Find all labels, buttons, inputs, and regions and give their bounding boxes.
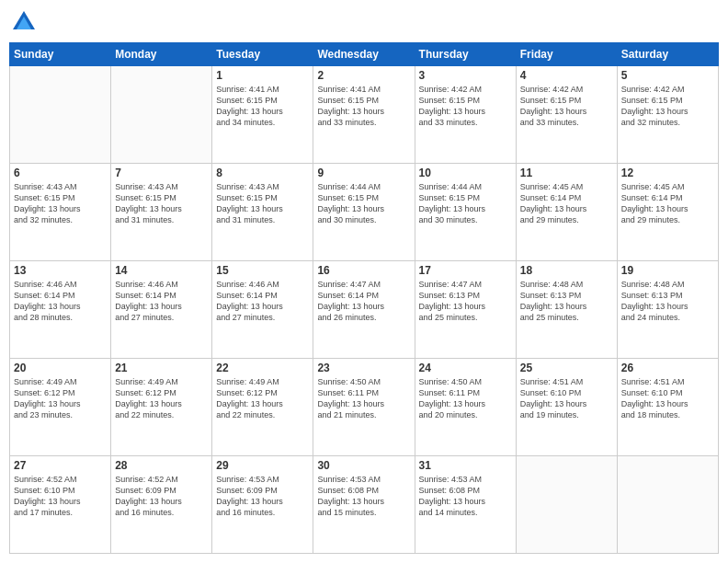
day-number: 31 — [419, 459, 512, 472]
day-info: Sunrise: 4:49 AMSunset: 6:12 PMDaylight:… — [216, 376, 309, 421]
day-info: Sunrise: 4:41 AMSunset: 6:15 PMDaylight:… — [317, 84, 410, 129]
day-info: Sunrise: 4:42 AMSunset: 6:15 PMDaylight:… — [520, 84, 613, 129]
header-row: SundayMondayTuesdayWednesdayThursdayFrid… — [10, 43, 719, 66]
calendar-header: SundayMondayTuesdayWednesdayThursdayFrid… — [10, 43, 719, 66]
day-info: Sunrise: 4:48 AMSunset: 6:13 PMDaylight:… — [621, 279, 714, 324]
day-info: Sunrise: 4:42 AMSunset: 6:15 PMDaylight:… — [621, 84, 714, 129]
calendar-week-row: 6Sunrise: 4:43 AMSunset: 6:15 PMDaylight… — [10, 164, 719, 261]
calendar-week-row: 13Sunrise: 4:46 AMSunset: 6:14 PMDayligh… — [10, 261, 719, 359]
day-info: Sunrise: 4:51 AMSunset: 6:10 PMDaylight:… — [621, 376, 714, 421]
day-number: 5 — [621, 69, 714, 82]
calendar-cell: 27Sunrise: 4:52 AMSunset: 6:10 PMDayligh… — [10, 456, 111, 554]
day-number: 21 — [115, 362, 208, 374]
calendar-cell: 14Sunrise: 4:46 AMSunset: 6:14 PMDayligh… — [111, 261, 212, 359]
calendar-cell: 6Sunrise: 4:43 AMSunset: 6:15 PMDaylight… — [10, 164, 111, 261]
day-info: Sunrise: 4:51 AMSunset: 6:10 PMDaylight:… — [520, 376, 613, 421]
calendar-cell: 25Sunrise: 4:51 AMSunset: 6:10 PMDayligh… — [516, 359, 617, 456]
day-of-week-header: Friday — [516, 43, 617, 66]
day-info: Sunrise: 4:49 AMSunset: 6:12 PMDaylight:… — [115, 376, 208, 421]
calendar-cell: 29Sunrise: 4:53 AMSunset: 6:09 PMDayligh… — [212, 456, 313, 554]
calendar-cell: 3Sunrise: 4:42 AMSunset: 6:15 PMDaylight… — [415, 66, 516, 164]
day-info: Sunrise: 4:43 AMSunset: 6:15 PMDaylight:… — [14, 181, 107, 226]
day-number: 4 — [520, 69, 613, 82]
calendar-cell: 24Sunrise: 4:50 AMSunset: 6:11 PMDayligh… — [415, 359, 516, 456]
day-number: 6 — [14, 167, 107, 179]
calendar-cell: 1Sunrise: 4:41 AMSunset: 6:15 PMDaylight… — [212, 66, 313, 164]
day-number: 11 — [520, 167, 613, 179]
calendar-cell: 9Sunrise: 4:44 AMSunset: 6:15 PMDaylight… — [313, 164, 415, 261]
calendar-cell: 4Sunrise: 4:42 AMSunset: 6:15 PMDaylight… — [516, 66, 617, 164]
day-info: Sunrise: 4:49 AMSunset: 6:12 PMDaylight:… — [14, 376, 107, 421]
day-of-week-header: Tuesday — [212, 43, 313, 66]
day-info: Sunrise: 4:47 AMSunset: 6:14 PMDaylight:… — [317, 279, 410, 324]
day-number: 22 — [216, 362, 309, 374]
day-number: 10 — [419, 167, 512, 179]
day-number: 24 — [419, 362, 512, 374]
day-number: 12 — [621, 167, 714, 179]
calendar-cell: 31Sunrise: 4:53 AMSunset: 6:08 PMDayligh… — [415, 456, 516, 554]
day-info: Sunrise: 4:43 AMSunset: 6:15 PMDaylight:… — [115, 181, 208, 226]
day-number: 7 — [115, 167, 208, 179]
calendar-cell — [516, 456, 617, 554]
header — [9, 9, 719, 35]
day-of-week-header: Thursday — [415, 43, 516, 66]
calendar-cell: 10Sunrise: 4:44 AMSunset: 6:15 PMDayligh… — [415, 164, 516, 261]
day-number: 2 — [317, 69, 410, 82]
calendar-week-row: 1Sunrise: 4:41 AMSunset: 6:15 PMDaylight… — [10, 66, 719, 164]
day-of-week-header: Wednesday — [313, 43, 415, 66]
logo — [9, 9, 37, 35]
day-number: 28 — [115, 459, 208, 472]
day-number: 27 — [14, 459, 107, 472]
logo-icon — [11, 9, 37, 35]
day-number: 8 — [216, 167, 309, 179]
calendar-cell: 20Sunrise: 4:49 AMSunset: 6:12 PMDayligh… — [10, 359, 111, 456]
calendar-cell: 15Sunrise: 4:46 AMSunset: 6:14 PMDayligh… — [212, 261, 313, 359]
calendar-cell: 17Sunrise: 4:47 AMSunset: 6:13 PMDayligh… — [415, 261, 516, 359]
calendar-cell: 19Sunrise: 4:48 AMSunset: 6:13 PMDayligh… — [617, 261, 718, 359]
calendar-week-row: 27Sunrise: 4:52 AMSunset: 6:10 PMDayligh… — [10, 456, 719, 554]
calendar-cell: 11Sunrise: 4:45 AMSunset: 6:14 PMDayligh… — [516, 164, 617, 261]
calendar-cell: 16Sunrise: 4:47 AMSunset: 6:14 PMDayligh… — [313, 261, 415, 359]
calendar-cell — [111, 66, 212, 164]
day-number: 3 — [419, 69, 512, 82]
day-info: Sunrise: 4:48 AMSunset: 6:13 PMDaylight:… — [520, 279, 613, 324]
page: SundayMondayTuesdayWednesdayThursdayFrid… — [0, 0, 728, 563]
day-info: Sunrise: 4:45 AMSunset: 6:14 PMDaylight:… — [520, 181, 613, 226]
day-number: 16 — [317, 264, 410, 277]
day-info: Sunrise: 4:53 AMSunset: 6:08 PMDaylight:… — [317, 474, 410, 519]
calendar-cell: 18Sunrise: 4:48 AMSunset: 6:13 PMDayligh… — [516, 261, 617, 359]
day-info: Sunrise: 4:46 AMSunset: 6:14 PMDaylight:… — [115, 279, 208, 324]
day-info: Sunrise: 4:52 AMSunset: 6:10 PMDaylight:… — [14, 474, 107, 519]
calendar-cell: 13Sunrise: 4:46 AMSunset: 6:14 PMDayligh… — [10, 261, 111, 359]
day-info: Sunrise: 4:44 AMSunset: 6:15 PMDaylight:… — [419, 181, 512, 226]
day-number: 14 — [115, 264, 208, 277]
day-number: 1 — [216, 69, 309, 82]
day-number: 19 — [621, 264, 714, 277]
calendar-cell: 22Sunrise: 4:49 AMSunset: 6:12 PMDayligh… — [212, 359, 313, 456]
day-info: Sunrise: 4:46 AMSunset: 6:14 PMDaylight:… — [14, 279, 107, 324]
day-info: Sunrise: 4:44 AMSunset: 6:15 PMDaylight:… — [317, 181, 410, 226]
calendar-cell — [10, 66, 111, 164]
calendar-cell: 2Sunrise: 4:41 AMSunset: 6:15 PMDaylight… — [313, 66, 415, 164]
day-info: Sunrise: 4:53 AMSunset: 6:09 PMDaylight:… — [216, 474, 309, 519]
calendar-body: 1Sunrise: 4:41 AMSunset: 6:15 PMDaylight… — [10, 66, 719, 554]
day-number: 26 — [621, 362, 714, 374]
day-number: 15 — [216, 264, 309, 277]
calendar-cell: 7Sunrise: 4:43 AMSunset: 6:15 PMDaylight… — [111, 164, 212, 261]
day-number: 13 — [14, 264, 107, 277]
day-info: Sunrise: 4:41 AMSunset: 6:15 PMDaylight:… — [216, 84, 309, 129]
calendar-cell: 8Sunrise: 4:43 AMSunset: 6:15 PMDaylight… — [212, 164, 313, 261]
calendar-cell: 30Sunrise: 4:53 AMSunset: 6:08 PMDayligh… — [313, 456, 415, 554]
day-info: Sunrise: 4:52 AMSunset: 6:09 PMDaylight:… — [115, 474, 208, 519]
calendar-cell: 12Sunrise: 4:45 AMSunset: 6:14 PMDayligh… — [617, 164, 718, 261]
day-number: 17 — [419, 264, 512, 277]
day-number: 30 — [317, 459, 410, 472]
day-of-week-header: Monday — [111, 43, 212, 66]
calendar-cell: 5Sunrise: 4:42 AMSunset: 6:15 PMDaylight… — [617, 66, 718, 164]
day-number: 18 — [520, 264, 613, 277]
day-info: Sunrise: 4:43 AMSunset: 6:15 PMDaylight:… — [216, 181, 309, 226]
calendar-week-row: 20Sunrise: 4:49 AMSunset: 6:12 PMDayligh… — [10, 359, 719, 456]
day-info: Sunrise: 4:50 AMSunset: 6:11 PMDaylight:… — [317, 376, 410, 421]
calendar-cell: 21Sunrise: 4:49 AMSunset: 6:12 PMDayligh… — [111, 359, 212, 456]
day-of-week-header: Sunday — [10, 43, 111, 66]
